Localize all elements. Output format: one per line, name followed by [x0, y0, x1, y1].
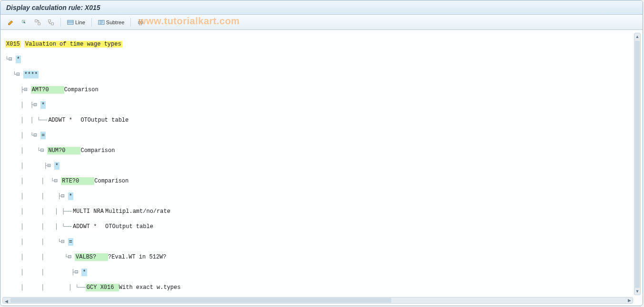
- node-rte[interactable]: RTE?0: [61, 177, 94, 185]
- root-text[interactable]: Valuation of time wage types: [24, 41, 122, 48]
- subtree-label: Subtree: [106, 19, 125, 25]
- horizontal-scrollbar[interactable]: ◀ ▶: [2, 297, 633, 304]
- vertical-scrollbar[interactable]: ▲ ▼: [634, 33, 641, 295]
- scroll-down-icon[interactable]: ▼: [634, 288, 640, 295]
- line-label: Line: [75, 19, 85, 25]
- scroll-left-icon[interactable]: ◀: [3, 298, 10, 304]
- app-window: Display calculation rule: X015 Line Subt…: [0, 0, 643, 306]
- scroll-right-icon[interactable]: ▶: [626, 297, 633, 303]
- node[interactable]: ADDWT *: [72, 223, 105, 230]
- scroll-corner: [634, 297, 641, 304]
- desc: ?Eval.WT in 512W?: [108, 253, 166, 261]
- separator: [130, 18, 131, 27]
- desc: Comparison: [94, 177, 129, 185]
- node[interactable]: *: [81, 269, 87, 276]
- desc: Output table: [88, 116, 129, 124]
- desc: Comparison: [64, 86, 99, 94]
- content-area: X015 Valuation of time wage types └⊟ * └…: [0, 30, 643, 306]
- separator: [60, 18, 61, 27]
- node-amt[interactable]: AMT?0: [31, 86, 64, 94]
- node[interactable]: MULTI NRA: [72, 208, 105, 215]
- line-button[interactable]: Line: [65, 17, 88, 28]
- pick-button[interactable]: [19, 17, 30, 28]
- scroll-thumb[interactable]: [635, 41, 640, 288]
- svg-rect-7: [139, 19, 142, 21]
- col2: OT: [105, 223, 112, 230]
- collapse-button[interactable]: [45, 17, 57, 28]
- node[interactable]: =: [68, 238, 73, 246]
- node-num[interactable]: NUM?0: [47, 147, 80, 154]
- node[interactable]: *: [40, 101, 46, 109]
- watermark: www.tutorialkart.com: [139, 16, 240, 27]
- node[interactable]: *: [68, 192, 73, 200]
- scroll-up-icon[interactable]: ▲: [634, 33, 640, 40]
- node[interactable]: =: [40, 132, 46, 139]
- tree: X015 Valuation of time wage types └⊟ * └…: [2, 33, 633, 295]
- node[interactable]: *: [54, 162, 59, 170]
- node-addwt[interactable]: ADDWT *: [47, 116, 80, 124]
- expand-button[interactable]: [32, 17, 43, 28]
- edit-button[interactable]: [5, 17, 17, 28]
- root-code[interactable]: X015: [5, 41, 21, 48]
- toolbar: Line Subtree www.tutorialkart.com: [0, 15, 643, 30]
- node-valbs[interactable]: VALBS?: [75, 253, 108, 261]
- col2: OT: [80, 116, 87, 124]
- node[interactable]: *: [16, 56, 21, 63]
- svg-rect-4: [68, 20, 73, 24]
- titlebar: Display calculation rule: X015: [0, 0, 643, 15]
- desc: Multipl.amt/no/rate: [105, 208, 170, 215]
- page-title: Display calculation rule: X015: [6, 4, 100, 11]
- desc: Comparison: [80, 147, 115, 154]
- node[interactable]: ****: [23, 71, 39, 78]
- separator: [91, 18, 92, 27]
- desc: Output table: [112, 223, 153, 230]
- svg-rect-1: [38, 22, 40, 24]
- svg-rect-0: [35, 19, 37, 21]
- node-gcy[interactable]: GCY X016: [86, 284, 119, 291]
- subtree-button[interactable]: Subtree: [96, 17, 127, 28]
- print-button[interactable]: [135, 17, 146, 28]
- svg-rect-8: [139, 23, 142, 25]
- svg-rect-3: [51, 22, 53, 24]
- scroll-thumb[interactable]: [10, 298, 391, 303]
- svg-rect-2: [49, 19, 50, 21]
- desc: With exact w.types: [119, 284, 181, 291]
